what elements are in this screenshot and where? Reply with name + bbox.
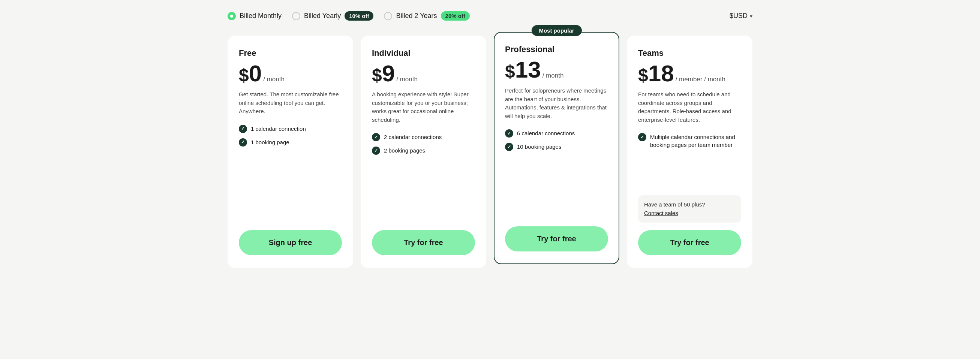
plan-teams-features: Multiple calendar connections and bookin…: [638, 133, 741, 185]
plan-professional-cta[interactable]: Try for free: [505, 226, 608, 251]
currency-selector[interactable]: $USD ▾: [730, 12, 752, 20]
feature-label: 6 calendar connections: [517, 129, 575, 137]
plan-free-description: Get started. The most customizable free …: [239, 90, 342, 116]
most-popular-badge: Most popular: [531, 25, 581, 36]
plan-teams-cta[interactable]: Try for free: [638, 230, 741, 255]
currency-label: $USD: [730, 12, 748, 20]
plan-professional-features: 6 calendar connections 10 booking pages: [505, 129, 608, 184]
list-item: 2 calendar connections: [372, 133, 475, 141]
billing-bar: Billed Monthly Billed Yearly 10% off Bil…: [228, 11, 752, 21]
plan-free-price: $0 / month: [239, 62, 342, 85]
feature-label: 2 calendar connections: [384, 133, 442, 141]
list-item: 1 calendar connection: [239, 125, 342, 133]
list-item: 10 booking pages: [505, 143, 608, 151]
plan-professional-period: / month: [542, 72, 564, 79]
plan-individual-name: Individual: [372, 48, 475, 58]
plan-professional-name: Professional: [505, 44, 608, 54]
feature-label: 1 calendar connection: [251, 125, 306, 133]
billing-two-years-label: Billed 2 Years: [396, 12, 437, 20]
plan-teams-price: $18 / member / month: [638, 62, 741, 85]
plan-teams-amount: $18: [638, 62, 674, 85]
team-note-text: Have a team of 50 plus?: [644, 201, 735, 208]
billing-yearly[interactable]: Billed Yearly 10% off: [292, 11, 374, 21]
check-icon: [372, 146, 380, 155]
plan-professional-description: Perfect for solopreneurs where meetings …: [505, 87, 608, 120]
plan-teams-description: For teams who need to schedule and coord…: [638, 90, 741, 124]
feature-label: 2 booking pages: [384, 146, 425, 154]
feature-label: 1 booking page: [251, 138, 290, 146]
plan-free: Free $0 / month Get started. The most cu…: [228, 36, 353, 268]
list-item: 1 booking page: [239, 138, 342, 146]
radio-two-years: [384, 12, 392, 20]
billing-options: Billed Monthly Billed Yearly 10% off Bil…: [228, 11, 470, 21]
plan-free-cta[interactable]: Sign up free: [239, 230, 342, 255]
check-icon: [239, 138, 247, 146]
team-note-box: Have a team of 50 plus? Contact sales: [638, 195, 741, 222]
radio-yearly: [292, 12, 300, 20]
yearly-badge: 10% off: [345, 11, 374, 21]
check-icon: [372, 133, 380, 141]
billing-two-years[interactable]: Billed 2 Years 20% off: [384, 11, 469, 21]
contact-sales-link[interactable]: Contact sales: [644, 210, 678, 216]
billing-yearly-label: Billed Yearly: [304, 12, 341, 20]
plan-teams-name: Teams: [638, 48, 741, 58]
plan-professional-price: $13 / month: [505, 58, 608, 81]
two-years-badge: 20% off: [441, 11, 470, 21]
plan-individual-features: 2 calendar connections 2 booking pages: [372, 133, 475, 187]
feature-label: 10 booking pages: [517, 143, 561, 151]
plan-free-period: / month: [263, 76, 285, 83]
plan-professional-amount: $13: [505, 58, 541, 81]
plan-free-amount: $0: [239, 62, 262, 85]
check-icon: [239, 125, 247, 133]
plan-professional: Most popular Professional $13 / month Pe…: [494, 32, 619, 264]
feature-label: Multiple calendar connections and bookin…: [650, 133, 741, 149]
plan-individual-period: / month: [396, 76, 418, 83]
chevron-down-icon: ▾: [750, 13, 752, 19]
plan-teams: Teams $18 / member / month For teams who…: [627, 36, 752, 268]
list-item: 2 booking pages: [372, 146, 475, 155]
check-icon: [638, 133, 646, 141]
plan-free-features: 1 calendar connection 1 booking page: [239, 125, 342, 183]
plans-grid: Free $0 / month Get started. The most cu…: [228, 36, 752, 268]
plan-free-name: Free: [239, 48, 342, 58]
list-item: 6 calendar connections: [505, 129, 608, 138]
list-item: Multiple calendar connections and bookin…: [638, 133, 741, 149]
plan-individual-cta[interactable]: Try for free: [372, 230, 475, 255]
plan-individual-amount: $9: [372, 62, 395, 85]
plan-individual-price: $9 / month: [372, 62, 475, 85]
plan-individual: Individual $9 / month A booking experien…: [361, 36, 486, 268]
billing-monthly-label: Billed Monthly: [240, 12, 282, 20]
check-icon: [505, 129, 513, 138]
billing-monthly[interactable]: Billed Monthly: [228, 12, 282, 20]
plan-teams-period: / member / month: [676, 76, 725, 83]
radio-monthly: [228, 12, 236, 20]
check-icon: [505, 143, 513, 151]
plan-individual-description: A booking experience with style! Super c…: [372, 90, 475, 124]
